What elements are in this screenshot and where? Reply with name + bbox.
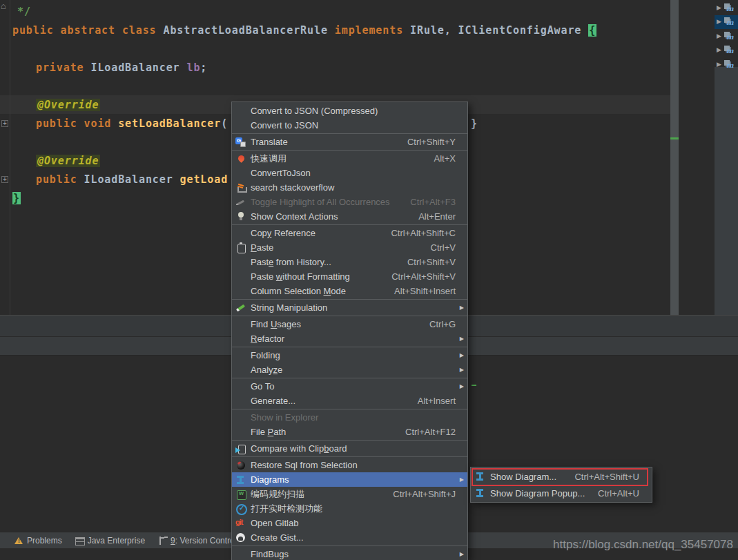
menu-item[interactable]: Open Gitlab: [232, 516, 467, 530]
menu-item[interactable]: PasteCtrl+V: [232, 240, 467, 255]
method-icon: [723, 45, 733, 55]
menu-item[interactable]: Paste without FormattingCtrl+Alt+Shift+V: [232, 269, 467, 284]
menu-item-label: Compare with Clipboard: [251, 443, 347, 454]
menu-item[interactable]: Copy ReferenceCtrl+Alt+Shift+C: [232, 226, 467, 240]
menu-item-shortcut: Alt+Shift+Insert: [394, 286, 458, 296]
menu-item[interactable]: TranslateCtrl+Shift+Y: [232, 135, 467, 149]
statusbar-item-label: Java Enterprise: [88, 536, 145, 545]
chevron-right-icon[interactable]: ▶: [717, 19, 721, 25]
menu-item[interactable]: Show Diagram Popup...Ctrl+Alt+U: [472, 485, 651, 501]
csdn-watermark: https://blog.csdn.net/qq_35457078: [553, 538, 733, 552]
menu-item[interactable]: Convert to JSON: [232, 118, 467, 133]
stackoverflow-icon: [235, 182, 246, 193]
code-line: private ILoadBalancer lb;: [36, 61, 207, 75]
vcs-change-marker-small: [472, 385, 476, 386]
menu-separator: [232, 378, 467, 378]
octocat-icon: [235, 532, 246, 543]
menu-item[interactable]: Find UsagesCtrl+G: [232, 317, 467, 331]
menu-item-label: Show Diagram Popup...: [490, 488, 585, 499]
vcs-change-marker: [670, 137, 679, 139]
menu-item[interactable]: File PathCtrl+Alt+F12: [232, 425, 467, 439]
menu-item-icon-slot: [235, 228, 246, 239]
tree-row[interactable]: ▶: [715, 15, 738, 29]
menu-item[interactable]: Toggle Highlight of All OccurrencesCtrl+…: [232, 195, 467, 209]
submenu-arrow-icon: ▶: [458, 383, 464, 389]
menu-item-icon-slot: [235, 412, 246, 423]
fold-expand-icon[interactable]: [1, 176, 8, 183]
branch-icon: [157, 536, 167, 545]
menu-item-label: Show in Explorer: [251, 412, 318, 423]
menu-item[interactable]: Show in Explorer: [232, 410, 467, 425]
menu-item-label: Folding: [251, 350, 280, 360]
menu-item[interactable]: 打开实时检测功能: [232, 501, 467, 516]
enterprise-icon: [75, 536, 84, 545]
menu-item[interactable]: Refactor▶: [232, 331, 467, 346]
fold-expand-icon[interactable]: [1, 120, 8, 127]
tree-row[interactable]: ▶: [715, 1, 738, 15]
menu-item-shortcut: Ctrl+Alt+Shift+J: [393, 489, 458, 499]
menu-item[interactable]: FindBugs▶: [232, 547, 467, 560]
chevron-right-icon[interactable]: ▶: [717, 33, 721, 39]
check-circle-icon: [235, 503, 246, 514]
menu-item[interactable]: 编码规约扫描Ctrl+Alt+Shift+J: [232, 487, 467, 501]
submenu-arrow-icon: ▶: [458, 352, 464, 358]
menu-item-label: search stackoverflow: [251, 182, 334, 193]
menu-item[interactable]: Paste from History...Ctrl+Shift+V: [232, 255, 467, 269]
menu-item[interactable]: search stackoverflow: [232, 180, 467, 195]
menu-item[interactable]: String Manipulation▶: [232, 300, 467, 315]
menu-item[interactable]: Show Context ActionsAlt+Enter: [232, 209, 467, 224]
menu-item-label: ConvertToJson: [251, 168, 311, 178]
menu-separator: [232, 440, 467, 441]
menu-separator: [232, 347, 467, 347]
menu-item-shortcut: Ctrl+Shift+V: [407, 257, 458, 267]
submenu-arrow-icon: ▶: [458, 367, 464, 373]
statusbar-item-enterprise[interactable]: Java Enterprise: [75, 536, 145, 545]
menu-item[interactable]: Go To▶: [232, 379, 467, 394]
menu-item[interactable]: Column Selection ModeAlt+Shift+Insert: [232, 284, 467, 298]
menu-item-label: Open Gitlab: [251, 518, 298, 528]
menu-item-label: Paste from History...: [251, 257, 331, 267]
sql-icon: [235, 460, 246, 471]
menu-item-shortcut: Alt+Insert: [418, 396, 458, 406]
menu-item-label: Diagrams: [251, 474, 289, 485]
statusbar-item-branch[interactable]: 9: Version Control: [157, 536, 236, 545]
gutter-separator: [10, 0, 10, 315]
tree-row[interactable]: ▶: [715, 29, 738, 43]
menu-item-label: Generate...: [251, 396, 295, 406]
menu-item[interactable]: Create Gist...: [232, 530, 467, 545]
code-token: */: [17, 6, 31, 18]
menu-item[interactable]: Generate...Alt+Insert: [232, 394, 467, 408]
tree-row[interactable]: ▶: [715, 57, 738, 71]
chevron-right-icon[interactable]: ▶: [717, 61, 721, 68]
menu-item[interactable]: Diagrams▶: [232, 472, 467, 487]
menu-item-shortcut: Ctrl+V: [431, 242, 458, 253]
code-token: ;: [200, 61, 207, 74]
menu-item[interactable]: Folding▶: [232, 348, 467, 363]
menu-item-shortcut: Ctrl+Alt+U: [598, 488, 641, 499]
code-token: lb: [186, 61, 200, 74]
menu-item[interactable]: Compare with Clipboard: [232, 441, 467, 456]
code-token: ILoadBalancer: [90, 61, 186, 74]
menu-separator: [232, 133, 467, 134]
menu-item[interactable]: ConvertToJson: [232, 166, 467, 180]
menu-item-shortcut: Alt+X: [434, 153, 458, 164]
pencil-icon: [235, 302, 246, 313]
chevron-right-icon[interactable]: ▶: [717, 5, 721, 11]
submenu-arrow-icon: ▶: [458, 476, 464, 483]
statusbar-item-warning[interactable]: Problems: [14, 536, 62, 545]
menu-item[interactable]: Convert to JSON (Compressed): [232, 104, 467, 118]
menu-item[interactable]: Restore Sql from Selection: [232, 458, 467, 472]
editor-scrollbar[interactable]: [670, 0, 679, 315]
menu-item-label: Toggle Highlight of All Occurrences: [251, 197, 390, 207]
menu-item[interactable]: Analyze▶: [232, 363, 467, 377]
chevron-right-icon[interactable]: ▶: [717, 47, 721, 53]
menu-item-label: Column Selection Mode: [251, 286, 346, 296]
code-token: ILoadBalancer: [84, 173, 180, 186]
fold-region-end-icon[interactable]: [1, 1, 6, 10]
code-token: private: [36, 61, 90, 74]
flame-icon: [235, 153, 246, 164]
menu-item-label: Go To: [251, 381, 274, 392]
tree-row[interactable]: ▶: [715, 44, 738, 57]
menu-item[interactable]: Show Diagram...Ctrl+Alt+Shift+U: [472, 468, 651, 485]
menu-item[interactable]: 快速调用Alt+X: [232, 151, 467, 166]
